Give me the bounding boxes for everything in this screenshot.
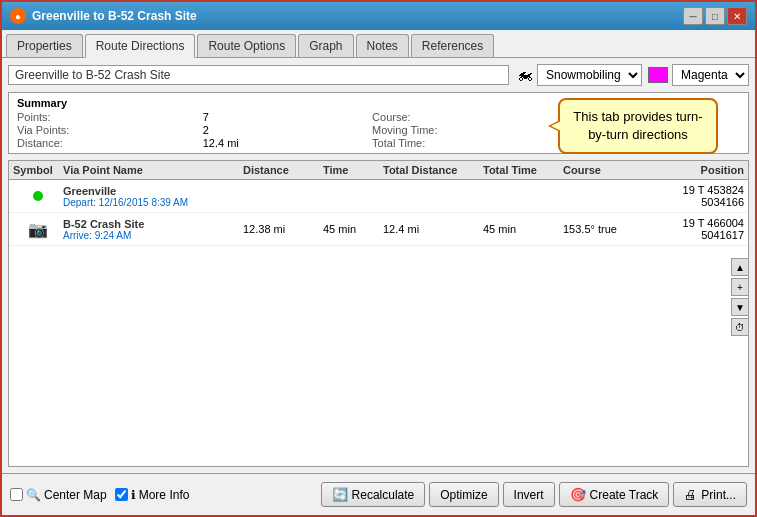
top-row: 🏍 Snowmobiling Driving Walking Cycling M… (8, 64, 749, 86)
table-row: Greenville Depart: 12/16/2015 8:39 AM 19… (9, 180, 748, 213)
row-time: 45 min (323, 223, 383, 235)
color-dropdown[interactable]: Magenta Red Blue Green Yellow (672, 64, 749, 86)
print-label: Print... (701, 488, 736, 502)
scroll-up-button[interactable]: ▲ (731, 258, 749, 276)
row-name: Greenville (63, 185, 243, 197)
create-track-label: Create Track (590, 488, 659, 502)
center-map-label: Center Map (44, 488, 107, 502)
bottom-buttons: 🔄 Recalculate Optimize Invert 🎯 Create T… (321, 482, 747, 507)
tab-route-directions[interactable]: Route Directions (85, 34, 196, 58)
col-header-course: Course (563, 164, 643, 176)
close-button[interactable]: ✕ (727, 7, 747, 25)
app-icon: ● (10, 8, 26, 24)
row-course: 153.5° true (563, 223, 643, 235)
scroll-clock-button[interactable]: ⏱ (731, 318, 749, 336)
transport-dropdown[interactable]: Snowmobiling Driving Walking Cycling (537, 64, 642, 86)
transport-select: 🏍 Snowmobiling Driving Walking Cycling (517, 64, 642, 86)
content-area: 🏍 Snowmobiling Driving Walking Cycling M… (2, 58, 755, 473)
row-distance: 12.38 mi (243, 223, 323, 235)
tab-bar: Properties Route Directions Route Option… (2, 30, 755, 58)
total-time-label: Total Time: (372, 137, 559, 149)
print-icon: 🖨 (684, 487, 697, 502)
table-header: Symbol Via Point Name Distance Time Tota… (9, 161, 748, 180)
col-header-position: Position (643, 164, 744, 176)
recalculate-label: Recalculate (352, 488, 415, 502)
row-position: 19 T 466004 5041617 (643, 217, 744, 241)
via-points-label: Via Points: (17, 124, 191, 136)
row-name-cell: B-52 Crash Site Arrive: 9:24 AM (63, 218, 243, 241)
row-total-time: 45 min (483, 223, 563, 235)
more-info-checkbox[interactable] (115, 488, 128, 501)
bottom-bar: 🔍 Center Map ℹ More Info 🔄 Recalculate O… (2, 473, 755, 515)
title-bar-left: ● Greenville to B-52 Crash Site (10, 8, 197, 24)
center-map-checkbox[interactable] (10, 488, 23, 501)
summary-box: Summary Points: 7 Course: 58.0° true Via… (8, 92, 749, 154)
main-window: ● Greenville to B-52 Crash Site ─ □ ✕ Pr… (0, 0, 757, 517)
optimize-button[interactable]: Optimize (429, 482, 498, 507)
col-header-distance: Distance (243, 164, 323, 176)
window-title: Greenville to B-52 Crash Site (32, 9, 197, 23)
window-controls: ─ □ ✕ (683, 7, 747, 25)
more-info-label: More Info (139, 488, 190, 502)
create-track-icon: 🎯 (570, 487, 586, 502)
more-info-checkbox-group[interactable]: ℹ More Info (115, 488, 190, 502)
transport-icon: 🏍 (517, 66, 533, 84)
more-info-icon: ℹ (131, 488, 136, 502)
scrollbar-area: ▲ + ▼ ⏱ (731, 258, 749, 423)
recalculate-button[interactable]: 🔄 Recalculate (321, 482, 426, 507)
row-subtext: Depart: 12/16/2015 8:39 AM (63, 197, 243, 208)
tab-notes[interactable]: Notes (356, 34, 409, 57)
table-row: 📷 B-52 Crash Site Arrive: 9:24 AM 12.38 … (9, 213, 748, 246)
col-header-symbol: Symbol (13, 164, 63, 176)
scroll-add-button[interactable]: + (731, 278, 749, 296)
tab-references[interactable]: References (411, 34, 494, 57)
title-bar: ● Greenville to B-52 Crash Site ─ □ ✕ (2, 2, 755, 30)
tab-properties[interactable]: Properties (6, 34, 83, 57)
optimize-label: Optimize (440, 488, 487, 502)
center-map-icon: 🔍 (26, 488, 41, 502)
green-dot-icon (33, 191, 43, 201)
moving-time-label: Moving Time: (372, 124, 559, 136)
row-total-distance: 12.4 mi (383, 223, 483, 235)
invert-label: Invert (514, 488, 544, 502)
maximize-button[interactable]: □ (705, 7, 725, 25)
camera-icon: 📷 (28, 220, 48, 239)
distance-value: 12.4 mi (203, 137, 360, 149)
route-table: Symbol Via Point Name Distance Time Tota… (8, 160, 749, 467)
points-value: 7 (203, 111, 360, 123)
route-label-input[interactable] (8, 65, 509, 85)
course-label: Course: (372, 111, 559, 123)
row-symbol-dot (13, 191, 63, 201)
bottom-left: 🔍 Center Map ℹ More Info (10, 488, 315, 502)
main-content: 🏍 Snowmobiling Driving Walking Cycling M… (2, 58, 755, 473)
via-points-value: 2 (203, 124, 360, 136)
minimize-button[interactable]: ─ (683, 7, 703, 25)
color-select: Magenta Red Blue Green Yellow (648, 64, 749, 86)
center-map-checkbox-group[interactable]: 🔍 Center Map (10, 488, 107, 502)
col-header-total-time: Total Time (483, 164, 563, 176)
row-name: B-52 Crash Site (63, 218, 243, 230)
row-subtext: Arrive: 9:24 AM (63, 230, 243, 241)
tab-route-options[interactable]: Route Options (197, 34, 296, 57)
row-symbol-camera: 📷 (13, 220, 63, 239)
tab-graph[interactable]: Graph (298, 34, 353, 57)
row-name-cell: Greenville Depart: 12/16/2015 8:39 AM (63, 185, 243, 208)
color-swatch (648, 67, 668, 83)
recalculate-icon: 🔄 (332, 487, 348, 502)
row-position: 19 T 453824 5034166 (643, 184, 744, 208)
tooltip-bubble: This tab provides turn-by-turn direction… (558, 98, 718, 154)
col-header-time: Time (323, 164, 383, 176)
points-label: Points: (17, 111, 191, 123)
print-button[interactable]: 🖨 Print... (673, 482, 747, 507)
distance-label: Distance: (17, 137, 191, 149)
col-header-name: Via Point Name (63, 164, 243, 176)
scroll-down-button[interactable]: ▼ (731, 298, 749, 316)
tooltip-text: This tab provides turn-by-turn direction… (573, 109, 702, 142)
col-header-total-distance: Total Distance (383, 164, 483, 176)
create-track-button[interactable]: 🎯 Create Track (559, 482, 670, 507)
invert-button[interactable]: Invert (503, 482, 555, 507)
